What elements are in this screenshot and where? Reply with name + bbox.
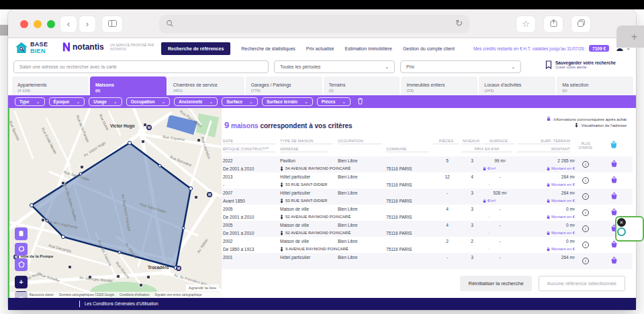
results-legend: : Informations communiquées après achat … [547, 116, 627, 129]
tab-appartements[interactable]: Appartements(4 218) [12, 76, 89, 95]
column-prix[interactable]: PRIX EN €/M² [461, 147, 512, 152]
fullscreen-window-button[interactable] [47, 20, 55, 28]
add-to-selection-button[interactable] [610, 240, 618, 250]
clear-filters-button[interactable] [357, 97, 363, 107]
sidebar-toggle-button[interactable] [102, 16, 122, 32]
credits-remaining: Mes crédits restants en € H.T. valables … [473, 45, 609, 52]
table-row[interactable]: 2007Avant 1850 Hôtel particulier 53 RUE … [222, 189, 633, 205]
selection-status-button[interactable]: Aucune référence sélectionnée [539, 276, 625, 291]
keyboard-shortcuts-link[interactable]: Raccourcis clavier [30, 293, 54, 297]
column-montant[interactable]: MONTANT [517, 147, 570, 152]
logo-base-line2: BIEN [30, 48, 48, 54]
column-type[interactable]: TYPE DE MAISON [280, 139, 333, 144]
select-all-basket-button[interactable] [609, 140, 618, 151]
address-search-input[interactable] [13, 60, 269, 73]
info-button[interactable]: i [582, 225, 589, 232]
clear-drawing-button[interactable] [15, 227, 28, 240]
background-window-edge [0, 25, 8, 36]
tab-garages-parkings[interactable]: Garages / Parkings(779) [246, 76, 322, 95]
add-to-selection-button[interactable] [610, 160, 618, 170]
bookmark-star-button[interactable]: ☆ [516, 16, 535, 32]
extension-overlay: ✕ [615, 216, 644, 242]
close-icon[interactable]: ✕ [617, 218, 626, 227]
column-date[interactable]: DATE [223, 139, 275, 144]
tab-immeubles-entiers[interactable]: Immeubles entiers(33) [401, 76, 477, 95]
basebien-logo: BASE BIEN [30, 41, 48, 54]
new-tab-button[interactable]: + [616, 25, 644, 48]
person-pin-icon [575, 123, 578, 127]
lock-icon [547, 166, 550, 171]
draw-circle-button[interactable] [15, 243, 28, 256]
table-row[interactable]: 2022De 2001 à 2010 Pavillon 54 AVENUE RA… [222, 156, 633, 172]
filter-occupation[interactable]: Occupation⌄ [126, 97, 171, 106]
info-button[interactable]: i [582, 177, 589, 184]
column-occupation[interactable]: OCCUPATION [338, 139, 382, 144]
minimize-window-button[interactable] [34, 20, 42, 28]
map-canvas[interactable] [9, 108, 222, 298]
column-epoque[interactable]: ÉPOQUE CONSTRUCTᵒᴺ [223, 147, 275, 152]
nav-prix-actualise[interactable]: Prix actualisé [306, 46, 334, 51]
column-commune[interactable]: COMMUNE [386, 147, 429, 152]
back-button[interactable]: ‹ [60, 16, 77, 32]
tab-terrains[interactable]: Terrains(3) [324, 76, 400, 95]
filter-anciennete[interactable]: Ancienneté⌄ [174, 97, 218, 106]
info-button[interactable]: i [582, 209, 589, 216]
address-bar[interactable]: ↻ [159, 15, 469, 34]
table-row[interactable]: 2005De 2001 à 2010 Maison de ville 52 AV… [222, 205, 633, 221]
tab-ma-selection[interactable]: Ma sélection(0) [557, 76, 633, 95]
info-button[interactable]: i [582, 193, 589, 200]
tab-maisons[interactable]: Maisons(9) [90, 76, 167, 95]
nav-recherche-references[interactable]: Recherche de références [161, 42, 230, 55]
expand-list-button[interactable]: Agrandir la liste [186, 284, 219, 291]
reset-search-button[interactable]: Réinitialiser la recherche [460, 276, 531, 291]
filter-type[interactable]: Type⌄ [15, 97, 45, 106]
terms-of-use-link[interactable]: Les Conditions Générales d'Utilisation [85, 301, 158, 306]
table-row[interactable]: 2013- Hôtel particulier 53 RUE SAINT-DID… [222, 172, 633, 189]
tab-chambres-de-service[interactable]: Chambres de service(451) [168, 76, 244, 95]
filter-epoque[interactable]: Époque⌄ [49, 97, 85, 106]
table-row[interactable]: 2002De 1850 à 1913 Maison de ville 9 AVE… [222, 237, 633, 253]
filter-pieces[interactable]: Pièces⌄ [317, 97, 351, 106]
save-search-button[interactable]: Sauvegarder votre recherche Créer votre … [545, 60, 616, 69]
add-to-selection-button[interactable] [610, 176, 618, 186]
person-pin-icon [280, 215, 283, 219]
results-panel: 9 maisons correspondent à vos critères :… [222, 108, 636, 298]
person-pin-icon [280, 166, 283, 171]
tab-overview-button[interactable] [571, 16, 590, 32]
close-window-button[interactable] [20, 20, 28, 28]
filter-surface-terrain[interactable]: Surface terrain⌄ [262, 97, 313, 106]
filter-bar: Type⌄ Époque⌄ Usage⌄ Occupation⌄ Ancienn… [8, 95, 636, 108]
reload-icon[interactable]: ↻ [455, 18, 463, 28]
info-button[interactable]: i [582, 258, 589, 264]
column-niveaux[interactable]: NIVEAUX [461, 139, 481, 144]
map-panel[interactable]: Victor Hugo M Trocadéro M M M Rue de la … [8, 108, 222, 298]
price-select[interactable]: Prix ⌄ [400, 60, 521, 73]
nav-gestion-compte[interactable]: Gestion du compte client [403, 46, 455, 51]
period-select[interactable]: Toutes les périodes ⌄ [274, 60, 395, 73]
draw-polygon-button[interactable] [15, 258, 28, 271]
nav-recherche-statistiques[interactable]: Recherche de statistiques [241, 46, 295, 51]
add-to-selection-button[interactable] [610, 192, 618, 202]
report-error-link[interactable]: Signaler une erreur cartographique [155, 293, 202, 297]
forward-button[interactable]: › [79, 16, 95, 32]
filter-usage[interactable]: Usage⌄ [89, 97, 122, 106]
column-surface[interactable]: SURFACE [483, 139, 514, 144]
capture-icon[interactable] [617, 227, 626, 236]
add-to-selection-button[interactable] [610, 256, 618, 266]
chevron-down-icon: ⌄ [249, 99, 253, 105]
column-adresse[interactable]: ADRESSE [280, 147, 328, 152]
tab-locaux-activites[interactable]: Locaux d'activités(243) [479, 76, 555, 95]
column-pieces[interactable]: PIÈCES [433, 139, 459, 144]
filter-surface[interactable]: Surface⌄ [222, 97, 258, 106]
info-button[interactable]: i [582, 161, 589, 168]
column-surf-terrain[interactable]: SURF. TERRAIN [517, 139, 570, 144]
zoom-in-button[interactable]: + [15, 276, 28, 289]
share-button[interactable] [544, 16, 563, 32]
terms-link[interactable]: Conditions d'utilisation [120, 293, 150, 297]
table-row[interactable]: 2005De 2001 à 2010 Maison de ville 52 AV… [222, 221, 633, 237]
lock-icon [547, 199, 550, 203]
legend-pin-text: : Visualisation de l'adresse [579, 123, 627, 127]
table-row[interactable]: 2001 Hôtel particulier Bien Libre - 3 - … [222, 253, 633, 269]
info-button[interactable]: i [582, 242, 589, 248]
nav-estimation-immobiliere[interactable]: Estimation immobilière [344, 46, 392, 51]
